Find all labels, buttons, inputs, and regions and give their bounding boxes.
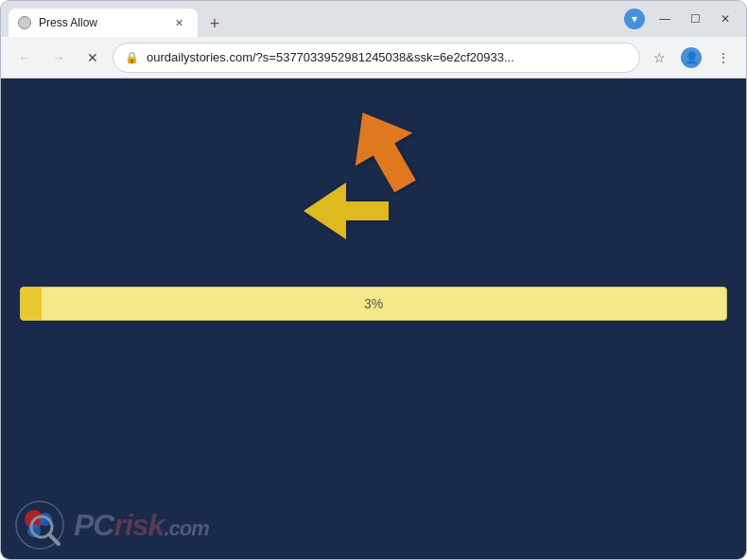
- svg-marker-1: [304, 183, 389, 239]
- svg-marker-0: [351, 107, 417, 192]
- address-bar[interactable]: 🔒 ourdailystories.com/?s=537703395298124…: [113, 43, 640, 73]
- download-indicator[interactable]: ▾: [621, 6, 648, 32]
- menu-dots-icon: ⋮: [717, 50, 730, 65]
- maximize-button[interactable]: ☐: [682, 6, 708, 32]
- active-tab[interactable]: Press Allow ✕: [9, 9, 198, 37]
- arrow-left: [304, 183, 389, 243]
- progress-fill: [21, 288, 42, 320]
- back-button[interactable]: ←: [10, 44, 39, 72]
- forward-icon: →: [52, 50, 65, 65]
- bookmark-button[interactable]: ☆: [646, 44, 672, 71]
- pcrisk-logo-icon: [15, 500, 64, 550]
- toolbar: ← → ✕ 🔒 ourdailystories.com/?s=537703395…: [1, 37, 746, 79]
- back-icon: ←: [18, 50, 31, 65]
- pcrisk-watermark: PCrisk.com: [15, 500, 209, 550]
- star-icon: ☆: [653, 50, 666, 65]
- close-nav-icon: ✕: [87, 50, 98, 65]
- menu-button[interactable]: ⋮: [710, 44, 737, 71]
- pcrisk-text: PCrisk.com: [74, 508, 209, 543]
- window-controls: — ☐ ✕: [651, 6, 738, 32]
- minimize-button[interactable]: —: [651, 6, 678, 32]
- browser-window: Press Allow ✕ + ▾ — ☐ ✕ ← → ✕ 🔒 ourdaily…: [0, 0, 747, 560]
- progress-bar-container: 3%: [20, 287, 727, 321]
- page-content: 3% PCrisk.com: [1, 79, 746, 559]
- profile-button[interactable]: 👤: [678, 44, 704, 71]
- progress-label: 3%: [364, 296, 383, 311]
- lock-icon: 🔒: [125, 51, 139, 64]
- new-tab-button[interactable]: +: [201, 10, 228, 37]
- tab-bar: Press Allow ✕ +: [9, 1, 612, 37]
- pcrisk-pc: PC: [74, 508, 113, 542]
- pcrisk-risk: risk: [113, 508, 164, 542]
- profile-icon-glyph: 👤: [685, 51, 699, 64]
- tab-favicon: [18, 16, 31, 29]
- close-button[interactable]: ✕: [712, 6, 738, 32]
- title-bar: Press Allow ✕ + ▾ — ☐ ✕: [1, 1, 746, 37]
- download-icon: ▾: [624, 9, 645, 29]
- tab-close-button[interactable]: ✕: [171, 15, 186, 30]
- reload-button[interactable]: ✕: [78, 44, 107, 72]
- url-text: ourdailystories.com/?s=53770339529812450…: [147, 50, 628, 64]
- tab-title: Press Allow: [39, 16, 164, 29]
- forward-button[interactable]: →: [44, 44, 73, 72]
- pcrisk-com: .com: [164, 516, 208, 540]
- profile-avatar: 👤: [681, 47, 702, 68]
